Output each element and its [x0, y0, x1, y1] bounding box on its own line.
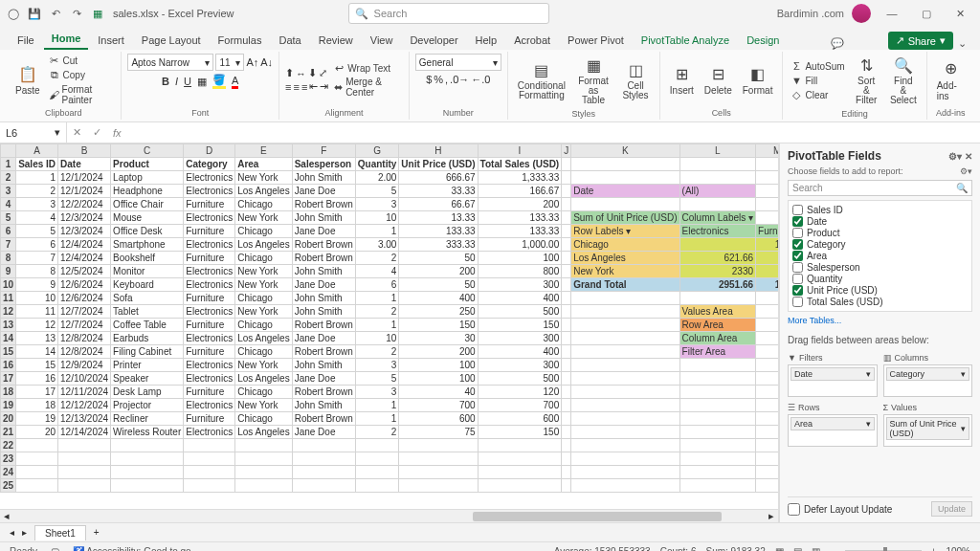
cell[interactable]: John Smith — [292, 399, 355, 412]
column-header[interactable]: K — [571, 144, 679, 158]
row-header[interactable]: 13 — [1, 319, 16, 332]
column-header[interactable]: I — [478, 144, 562, 158]
cell[interactable]: Sofa — [111, 292, 184, 305]
scrollbar-thumb[interactable] — [473, 512, 722, 521]
cell[interactable]: Chicago — [235, 386, 293, 399]
zoom-level[interactable]: 100% — [946, 546, 970, 551]
row-header[interactable]: 7 — [1, 238, 16, 252]
cell[interactable] — [679, 426, 755, 439]
cell[interactable]: 4 — [355, 265, 399, 278]
data-header[interactable]: Quantity — [355, 158, 399, 171]
cell[interactable]: 621.66 — [679, 252, 755, 265]
cell[interactable]: Monitor — [111, 265, 184, 278]
cell[interactable]: 12/4/2024 — [58, 252, 111, 265]
cell[interactable]: 12/1/2024 — [58, 171, 111, 185]
wrap-text-button[interactable]: ↩Wrap Text — [331, 61, 402, 75]
cell[interactable] — [679, 466, 755, 479]
cell[interactable]: Jane Doe — [292, 426, 355, 439]
italic-button[interactable]: I — [175, 76, 178, 87]
field-checkbox[interactable]: Total Sales (USD) — [792, 297, 968, 307]
cell[interactable]: 40 — [399, 386, 478, 399]
cell[interactable]: 150 — [478, 319, 562, 332]
cell[interactable]: 1,333.33 — [478, 171, 562, 185]
cell[interactable] — [756, 319, 779, 332]
cell[interactable]: Desk Lamp — [111, 386, 184, 399]
cell[interactable]: 5 — [355, 185, 399, 198]
cell[interactable]: Speaker — [111, 372, 184, 386]
cell[interactable] — [679, 452, 755, 466]
chip-date[interactable]: Date▾ — [791, 367, 875, 381]
cell[interactable]: 100 — [399, 372, 478, 386]
cell[interactable]: 1 — [355, 412, 399, 426]
cell[interactable] — [679, 386, 755, 399]
cell[interactable]: 100 — [478, 252, 562, 265]
sheet-nav-prev-icon[interactable]: ◂ — [10, 527, 14, 538]
field-search-input[interactable]: Search🔍 — [788, 180, 972, 196]
cell[interactable]: New York — [235, 359, 293, 372]
row-header[interactable]: 21 — [1, 426, 16, 439]
accessibility-status[interactable]: ♿ Accessibility: Good to go — [73, 546, 191, 551]
cell[interactable] — [562, 479, 571, 493]
cell[interactable] — [111, 479, 184, 493]
cell[interactable]: 2 — [355, 345, 399, 359]
cell[interactable]: 10 — [355, 211, 399, 225]
cell[interactable] — [571, 466, 679, 479]
row-header[interactable]: 18 — [1, 386, 16, 399]
cell[interactable]: 1 — [355, 399, 399, 412]
cell[interactable]: Chicago — [235, 225, 293, 238]
cell[interactable] — [562, 171, 571, 185]
row-header[interactable]: 11 — [1, 292, 16, 305]
row-header[interactable]: 25 — [1, 479, 16, 493]
cell[interactable] — [562, 252, 571, 265]
column-header[interactable]: L — [679, 144, 755, 158]
number-format-select[interactable]: General▾ — [415, 54, 501, 71]
cell[interactable]: Jane Doe — [292, 278, 355, 292]
cell[interactable] — [571, 292, 679, 305]
format-cells-button[interactable]: ◧Format — [739, 62, 777, 98]
cell[interactable]: 12/4/2024 — [58, 238, 111, 252]
cell[interactable]: Los Angeles — [235, 332, 293, 345]
field-checkbox[interactable]: Unit Price (USD) — [792, 285, 968, 296]
cell[interactable] — [756, 426, 779, 439]
data-header[interactable]: Area — [235, 158, 293, 171]
cell[interactable] — [562, 211, 571, 225]
cell[interactable]: 166.67 — [478, 185, 562, 198]
format-painter-button[interactable]: 🖌Format Painter — [47, 83, 116, 106]
cell[interactable] — [571, 198, 679, 211]
align-middle-icon[interactable]: ↔ — [296, 68, 306, 79]
cell[interactable]: Chicago — [235, 412, 293, 426]
cell[interactable]: 2 — [355, 305, 399, 319]
cell[interactable]: 19 — [16, 412, 58, 426]
view-normal-icon[interactable]: ▦ — [775, 546, 784, 551]
cell[interactable]: Furniture — [184, 198, 235, 211]
tab-design[interactable]: Design — [739, 31, 787, 50]
cell[interactable]: 333.33 — [399, 238, 478, 252]
cell[interactable] — [562, 345, 571, 359]
data-header[interactable]: Sales ID — [16, 158, 58, 171]
cell[interactable]: Robert Brown — [292, 345, 355, 359]
grow-font-icon[interactable]: A↑ — [246, 56, 258, 68]
font-name-select[interactable]: Aptos Narrow▾ — [127, 54, 213, 71]
cell[interactable]: Electronics — [679, 225, 755, 238]
cell[interactable] — [756, 439, 779, 452]
cell[interactable]: 500 — [478, 372, 562, 386]
font-color-icon[interactable]: A — [232, 75, 238, 89]
cell[interactable] — [756, 372, 779, 386]
row-header[interactable]: 5 — [1, 211, 16, 225]
field-checkbox[interactable]: Sales ID — [792, 205, 968, 215]
cell[interactable]: 133.33 — [399, 225, 478, 238]
cell[interactable]: 1640 — [756, 278, 779, 292]
data-header[interactable]: Unit Price (USD) — [399, 158, 478, 171]
cell[interactable]: 3 — [355, 359, 399, 372]
cell[interactable]: Furniture — [184, 345, 235, 359]
cell[interactable]: Date — [571, 185, 679, 198]
column-header[interactable]: D — [184, 144, 235, 158]
cut-button[interactable]: ✂Cut — [47, 55, 116, 68]
cell[interactable] — [756, 466, 779, 479]
cell[interactable] — [562, 265, 571, 278]
cell[interactable] — [562, 439, 571, 452]
cell[interactable]: Laptop — [111, 171, 184, 185]
cell[interactable]: Jane Doe — [292, 225, 355, 238]
cell[interactable] — [679, 399, 755, 412]
cell[interactable] — [571, 479, 679, 493]
